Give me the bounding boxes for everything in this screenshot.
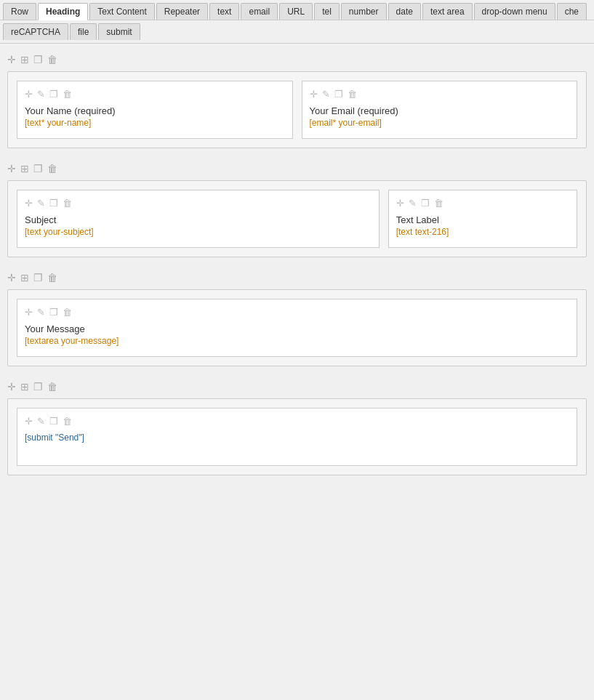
tab-tel[interactable]: tel [314,3,340,20]
row-toolbar-2: ✛⊞❐🗑 [7,160,587,177]
field-shortcode-col2: [email* your-email] [310,118,570,128]
col-block-col6: ✛✎❐🗑[submit "Send"] [17,408,577,466]
col-col2-copy-icon[interactable]: ❐ [334,89,343,100]
col-col3-edit-icon[interactable]: ✎ [37,198,45,209]
row-copy-icon[interactable]: ❐ [33,272,43,283]
row-trash-icon[interactable]: 🗑 [47,272,57,283]
row-columns-icon[interactable]: ⊞ [20,163,29,174]
row-move-icon[interactable]: ✛ [7,381,16,393]
field-shortcode-col1: [text* your-name] [25,118,285,128]
tab-text[interactable]: text [209,3,239,20]
row-trash-icon[interactable]: 🗑 [47,163,57,174]
col-col4-trash-icon[interactable]: 🗑 [434,198,444,209]
field-shortcode-col3: [text your-subject] [25,227,372,237]
col-col4-copy-icon[interactable]: ❐ [421,198,430,209]
col-col2-edit-icon[interactable]: ✎ [322,89,330,100]
tab-che[interactable]: che [557,3,587,20]
row-copy-icon[interactable]: ❐ [33,163,43,174]
row-columns-icon[interactable]: ⊞ [20,272,29,283]
field-label-col3: Subject [25,214,372,225]
tab-text-content[interactable]: Text Content [89,3,154,20]
row-copy-icon[interactable]: ❐ [33,381,43,393]
col-col2-trash-icon[interactable]: 🗑 [348,89,357,100]
row-toolbar-1: ✛⊞❐🗑 [7,51,587,68]
tab-submit[interactable]: submit [98,23,140,40]
row-block-2: ✛⊞❐🗑✛✎❐🗑Subject[text your-subject]✛✎❐🗑Te… [7,160,587,257]
tab-recaptcha[interactable]: reCAPTCHA [3,23,68,40]
tab-row[interactable]: Row [3,3,36,20]
row-columns-icon[interactable]: ⊞ [20,381,29,393]
field-label-col1: Your Name (required) [25,105,285,116]
row-move-icon[interactable]: ✛ [7,54,16,65]
field-label-col2: Your Email (required) [310,105,570,116]
tab-url[interactable]: URL [279,3,313,20]
col-col6-move-icon[interactable]: ✛ [25,416,33,427]
col-col3-copy-icon[interactable]: ❐ [49,198,58,209]
col-col5-trash-icon[interactable]: 🗑 [63,307,72,318]
row-block-4: ✛⊞❐🗑✛✎❐🗑[submit "Send"] [7,378,587,475]
row-copy-icon[interactable]: ❐ [33,54,43,65]
field-shortcode-col5: [textarea your-message] [25,336,569,346]
field-shortcode-col6: [submit "Send"] [25,433,569,443]
tab-bar-row1: RowHeadingText ContentRepeatertextemailU… [0,0,594,20]
col-toolbar-col2: ✛✎❐🗑 [310,89,570,100]
field-label-col4: Text Label [396,214,569,225]
row-block-1: ✛⊞❐🗑✛✎❐🗑Your Name (required)[text* your-… [7,51,587,148]
col-block-col2: ✛✎❐🗑Your Email (required)[email* your-em… [302,81,578,139]
col-toolbar-col5: ✛✎❐🗑 [25,307,569,318]
field-shortcode-col4: [text text-216] [396,227,569,237]
row-columns-icon[interactable]: ⊞ [20,54,29,65]
col-block-col4: ✛✎❐🗑Text Label[text text-216] [388,190,577,248]
row-toolbar-3: ✛⊞❐🗑 [7,269,587,286]
col-col1-trash-icon[interactable]: 🗑 [63,89,72,100]
col-col1-copy-icon[interactable]: ❐ [49,89,58,100]
tab-text-area[interactable]: text area [422,3,473,20]
row-block-3: ✛⊞❐🗑✛✎❐🗑Your Message[textarea your-messa… [7,269,587,366]
tab-date[interactable]: date [388,3,421,20]
col-col3-trash-icon[interactable]: 🗑 [63,198,72,209]
col-col2-move-icon[interactable]: ✛ [310,89,318,100]
col-block-col3: ✛✎❐🗑Subject[text your-subject] [17,190,380,248]
col-col4-move-icon[interactable]: ✛ [396,198,404,209]
col-col6-copy-icon[interactable]: ❐ [49,416,58,427]
row-move-icon[interactable]: ✛ [7,163,16,174]
tab-repeater[interactable]: Repeater [156,3,208,20]
col-col5-move-icon[interactable]: ✛ [25,307,33,318]
col-col4-edit-icon[interactable]: ✎ [409,198,417,209]
col-toolbar-col6: ✛✎❐🗑 [25,416,569,427]
col-col1-edit-icon[interactable]: ✎ [37,89,45,100]
col-col5-edit-icon[interactable]: ✎ [37,307,45,318]
row-container-1: ✛✎❐🗑Your Name (required)[text* your-name… [7,71,587,148]
col-col3-move-icon[interactable]: ✛ [25,198,33,209]
col-block-col5: ✛✎❐🗑Your Message[textarea your-message] [17,299,577,357]
row-move-icon[interactable]: ✛ [7,272,16,283]
row-container-2: ✛✎❐🗑Subject[text your-subject]✛✎❐🗑Text L… [7,180,587,257]
col-col1-move-icon[interactable]: ✛ [25,89,33,100]
row-trash-icon[interactable]: 🗑 [47,54,57,65]
col-toolbar-col4: ✛✎❐🗑 [396,198,569,209]
row-container-4: ✛✎❐🗑[submit "Send"] [7,398,587,475]
field-label-col5: Your Message [25,323,569,334]
col-block-col1: ✛✎❐🗑Your Name (required)[text* your-name… [17,81,293,139]
tab-bar-row2: reCAPTCHAfilesubmit [0,20,594,44]
tab-file[interactable]: file [70,23,97,40]
main-content: ✛⊞❐🗑✛✎❐🗑Your Name (required)[text* your-… [0,44,594,698]
row-container-3: ✛✎❐🗑Your Message[textarea your-message] [7,289,587,366]
tab-email[interactable]: email [241,3,278,20]
tab-heading[interactable]: Heading [38,3,88,20]
col-toolbar-col1: ✛✎❐🗑 [25,89,285,100]
row-trash-icon[interactable]: 🗑 [47,381,57,393]
col-col5-copy-icon[interactable]: ❐ [49,307,58,318]
tab-number[interactable]: number [341,3,387,20]
col-toolbar-col3: ✛✎❐🗑 [25,198,372,209]
tab-drop-down-menu[interactable]: drop-down menu [474,3,555,20]
row-toolbar-4: ✛⊞❐🗑 [7,378,587,395]
col-col6-trash-icon[interactable]: 🗑 [63,416,72,427]
col-col6-edit-icon[interactable]: ✎ [37,416,45,427]
